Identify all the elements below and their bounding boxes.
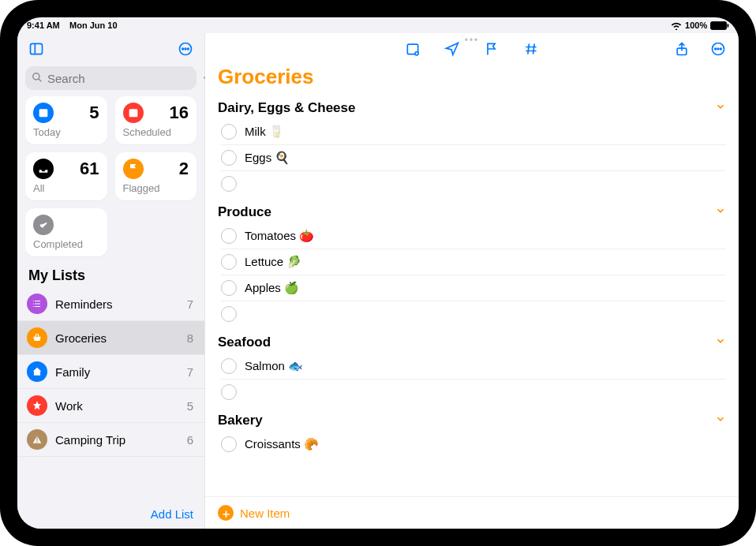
add-list-button[interactable]: Add List: [17, 499, 204, 529]
list-count: 6: [187, 433, 193, 447]
basket-icon: [27, 327, 47, 348]
reminder-title[interactable]: Salmon 🐟: [245, 359, 303, 373]
main-more-button[interactable]: [707, 38, 729, 60]
svg-rect-1: [728, 24, 729, 28]
status-battery-pct: 100%: [685, 21, 707, 30]
complete-radio[interactable]: [221, 358, 237, 374]
section-title: Dairy, Eggs & Cheese: [218, 100, 355, 116]
reminder-title[interactable]: Croissants 🥐: [245, 437, 319, 451]
svg-rect-12: [39, 109, 48, 117]
checkmark-icon: [33, 215, 54, 235]
section-header[interactable]: Produce: [218, 200, 726, 223]
section-title: Bakery: [218, 413, 263, 428]
complete-radio[interactable]: [221, 150, 237, 166]
smart-list-completed[interactable]: Completed: [25, 208, 107, 256]
reminder-item[interactable]: Milk 🥛: [221, 119, 726, 145]
search-input[interactable]: [47, 72, 197, 85]
complete-radio[interactable]: [221, 124, 237, 140]
svg-rect-0: [711, 21, 727, 29]
home-icon: [27, 361, 47, 382]
section-title: Produce: [218, 204, 271, 220]
complete-radio[interactable]: [221, 254, 237, 270]
toolbar-location-button[interactable]: [441, 38, 463, 60]
complete-radio[interactable]: [221, 176, 237, 192]
list-row[interactable]: Work5: [17, 389, 204, 423]
reminder-title[interactable]: Tomatoes 🍅: [245, 229, 314, 243]
section-header[interactable]: Dairy, Eggs & Cheese: [218, 95, 726, 119]
reminder-item[interactable]: Lettuce 🥬: [221, 249, 726, 275]
reminder-item[interactable]: [221, 171, 726, 196]
list-count: 7: [187, 297, 193, 311]
chevron-down-icon[interactable]: [715, 335, 726, 350]
list-count: 5: [187, 399, 193, 413]
complete-radio[interactable]: [221, 436, 237, 452]
list-row[interactable]: Reminders7: [17, 287, 204, 321]
reminder-item[interactable]: Apples 🍏: [221, 275, 726, 301]
flag-icon: [123, 159, 144, 179]
list-name: Groceries: [55, 331, 179, 345]
reminder-title[interactable]: Lettuce 🥬: [245, 255, 301, 269]
reminder-item[interactable]: Croissants 🥐: [221, 432, 726, 457]
status-bar: 9:41 AM Mon Jun 10 100%: [17, 17, 739, 33]
chevron-down-icon[interactable]: [715, 204, 726, 220]
svg-point-14: [33, 301, 34, 301]
reminder-title[interactable]: Apples 🍏: [245, 281, 299, 295]
list-icon: [27, 294, 47, 314]
reminder-item[interactable]: [221, 301, 726, 327]
reminder-title[interactable]: Milk 🥛: [245, 125, 284, 139]
reminder-item[interactable]: Salmon 🐟: [221, 353, 726, 380]
list-name: Reminders: [55, 297, 179, 311]
star-icon: [27, 395, 47, 416]
share-button[interactable]: [671, 38, 693, 60]
chevron-down-icon[interactable]: [715, 413, 726, 428]
svg-point-15: [33, 303, 34, 304]
smart-list-all[interactable]: 61 All: [25, 152, 107, 200]
toolbar-flag-button[interactable]: [481, 38, 503, 60]
sidebar-more-button[interactable]: [174, 38, 196, 60]
list-row[interactable]: Family7: [17, 355, 204, 389]
svg-rect-13: [129, 109, 137, 117]
list-name: Camping Trip: [55, 433, 179, 447]
svg-line-9: [39, 78, 42, 81]
section-title: Seafood: [218, 335, 271, 350]
reminder-item[interactable]: [221, 380, 726, 405]
list-name: Work: [55, 399, 179, 413]
wifi-icon: [671, 21, 682, 30]
complete-radio[interactable]: [221, 384, 237, 400]
tent-icon: [27, 429, 47, 450]
search-field[interactable]: [25, 66, 196, 90]
list-title: Groceries: [205, 62, 739, 95]
toggle-sidebar-button[interactable]: [25, 38, 47, 60]
complete-radio[interactable]: [221, 280, 237, 296]
svg-point-25: [715, 48, 717, 50]
list-name: Family: [55, 365, 179, 379]
status-time: 9:41 AM: [27, 21, 60, 30]
svg-point-6: [185, 48, 186, 50]
smart-list-today[interactable]: 5 Today: [25, 96, 107, 144]
status-date: Mon Jun 10: [69, 21, 118, 30]
battery-icon: [710, 21, 729, 30]
calendar-icon: [123, 103, 144, 123]
complete-radio[interactable]: [221, 306, 237, 322]
plus-circle-icon: ＋: [218, 505, 234, 521]
svg-line-20: [533, 43, 535, 54]
svg-point-8: [33, 73, 39, 79]
smart-list-scheduled[interactable]: 16 Scheduled: [115, 96, 197, 144]
smart-list-flagged[interactable]: 2 Flagged: [115, 152, 197, 200]
toolbar-tag-button[interactable]: [520, 38, 542, 60]
reminder-title[interactable]: Eggs 🍳: [245, 151, 290, 165]
my-lists-header: My Lists: [17, 263, 204, 287]
new-item-button[interactable]: ＋ New Item: [205, 496, 739, 529]
reminder-item[interactable]: Eggs 🍳: [221, 145, 726, 171]
list-count: 8: [187, 331, 193, 345]
main-pane: •••: [205, 33, 739, 529]
section-header[interactable]: Bakery: [218, 408, 726, 432]
section-header[interactable]: Seafood: [218, 330, 726, 353]
reminder-item[interactable]: Tomatoes 🍅: [221, 223, 726, 249]
chevron-down-icon[interactable]: [715, 100, 726, 116]
list-row[interactable]: Camping Trip6: [17, 423, 204, 457]
complete-radio[interactable]: [221, 228, 237, 244]
search-icon: [32, 72, 43, 85]
list-row[interactable]: Groceries8: [17, 321, 204, 355]
toolbar-template-button[interactable]: [402, 38, 424, 60]
